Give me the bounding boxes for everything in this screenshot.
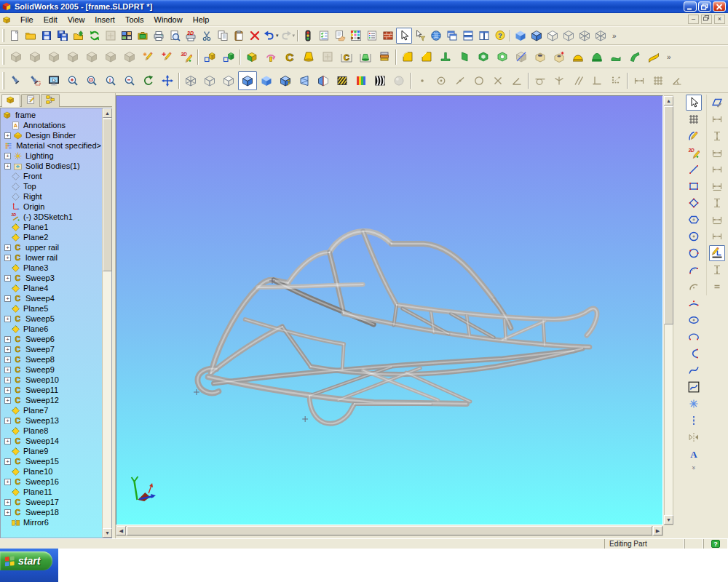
viewport-scroll-up-button[interactable]: ▲ [664,96,673,105]
tree-item-sweep13[interactable]: +CSweep13 [1,415,101,426]
perpendicular-relation-button[interactable] [587,71,606,90]
expand-toggle[interactable]: + [4,367,11,373]
horizontal-ordinate-button[interactable] [709,178,725,194]
tree-item-sweep14[interactable]: +CSweep14 [1,436,101,446]
expand-toggle[interactable]: + [4,356,11,363]
point-relation-button[interactable] [413,71,432,90]
expand-toggle[interactable]: + [4,509,11,516]
restore-button[interactable] [698,1,711,12]
panel-tab-configurationmanager[interactable] [41,94,60,107]
menu-item-window[interactable]: Window [149,15,188,25]
standard-more-chevron[interactable]: » [609,32,620,40]
polygon-button[interactable] [686,212,702,228]
three-point-arc-button[interactable] [686,295,702,311]
design-checker-button[interactable] [316,28,332,44]
expand-toggle[interactable]: + [4,418,11,424]
tree-item-plane1[interactable]: Plane1 [1,222,101,232]
tree-item-sweep4[interactable]: +CSweep4 [1,293,101,303]
parallel-relation-button[interactable] [569,71,587,90]
ellipse-button[interactable] [686,312,702,328]
centerline-button[interactable] [686,412,702,428]
new-document-button[interactable] [7,28,23,44]
tree-scroll-down-button[interactable]: ▼ [103,528,112,538]
toolbar-grip[interactable] [2,49,4,65]
section-view-button[interactable] [314,71,333,90]
tree-item-sweep6[interactable]: +CSweep6 [1,334,101,344]
right-view-button[interactable] [63,47,82,66]
cascade-windows-button[interactable] [444,28,460,44]
print-setup-button[interactable] [103,28,119,44]
text-button[interactable]: A [686,446,702,462]
chamfer-dimension-button[interactable] [709,212,725,228]
ordinate-dimension-button[interactable] [709,162,725,178]
expand-toggle[interactable]: + [4,275,11,282]
make-drawing-from-part-button[interactable] [71,28,87,44]
tree-item-sweep18[interactable]: +CSweep18 [1,507,101,517]
tree-item-solid-bodies-1[interactable]: +Solid Bodies(1) [1,161,101,171]
angle-relation-button[interactable] [507,71,526,90]
selection-filter-button[interactable] [412,28,428,44]
rotate-view-button[interactable] [139,71,158,90]
realview-graphics-button[interactable] [389,71,408,90]
rectangle-button[interactable] [686,178,702,194]
3d-sketch-button[interactable]: 3D [177,47,196,66]
flex-button[interactable] [625,47,644,66]
tree-item-material-not-specified[interactable]: Material <not specified> [1,140,101,151]
centerpoint-arc-button[interactable] [686,262,702,278]
window-layout-button[interactable] [119,28,135,44]
save-button[interactable] [39,28,55,44]
dimension-button[interactable] [630,71,649,90]
help-button[interactable]: ? [492,28,508,44]
properties-button[interactable] [364,28,380,44]
toolbar-grip[interactable] [2,29,4,41]
expand-toggle[interactable]: + [4,377,11,383]
viewport-scroll-down-button[interactable]: ▼ [664,515,673,525]
back-view-button[interactable] [25,47,44,66]
select-button[interactable] [396,28,412,44]
horizontal-dimension-button[interactable] [709,111,725,127]
menu-item-edit[interactable]: Edit [39,15,63,25]
cut-button[interactable] [199,28,215,44]
tree-item-sweep10[interactable]: +CSweep10 [1,375,101,385]
hidden-lines-removed-view-button[interactable] [545,28,561,44]
tree-item-plane9[interactable]: Plane9 [1,446,101,456]
concentric-relation-button[interactable] [432,71,451,90]
extruded-cut-button[interactable] [219,47,238,66]
point-button[interactable] [686,396,702,412]
tree-item-sweep3[interactable]: +CSweep3 [1,273,101,283]
vertical-dimension-button[interactable] [709,128,725,144]
bottom-view-button[interactable] [101,47,120,66]
viewport-scroll-left-button[interactable]: ◀ [116,526,126,535]
open-document-button[interactable] [23,28,39,44]
fillet-button[interactable] [398,47,417,66]
redo-button[interactable]: ▾ [280,28,296,44]
symmetric-relation-button[interactable] [550,71,569,90]
sweep-button[interactable]: C [280,47,299,66]
expand-toggle[interactable]: + [4,244,11,251]
dome-button[interactable] [569,47,587,66]
toolbox-button[interactable] [135,28,151,44]
expand-toggle[interactable]: + [4,458,11,465]
front-view-button[interactable] [7,47,25,66]
perimeter-circle-button[interactable] [686,245,702,261]
curvature-button[interactable] [333,71,352,90]
loft-button[interactable] [299,47,318,66]
tree-item-sweep7[interactable]: +CSweep7 [1,344,101,354]
paste-button[interactable] [231,28,247,44]
grid-button[interactable] [686,111,702,127]
boundary-boss-button[interactable] [318,47,337,66]
circle-button[interactable] [686,228,702,244]
select-button[interactable] [686,95,702,111]
stop-light-button[interactable] [300,28,316,44]
shell-button[interactable] [474,47,493,66]
print-preview-button[interactable] [167,28,183,44]
tree-item-plane3[interactable]: Plane3 [1,263,101,273]
tree-item-lower-rail[interactable]: +Clower rail [1,252,101,263]
minimize-button[interactable] [684,1,697,12]
rebuild-button[interactable] [87,28,103,44]
mdi-minimize-button[interactable]: – [688,15,699,24]
line-button[interactable] [686,162,702,178]
cut-loft-button[interactable] [356,47,375,66]
tree-item-plane4[interactable]: Plane4 [1,283,101,293]
tree-item-design-binder[interactable]: +Design Binder [1,130,101,140]
